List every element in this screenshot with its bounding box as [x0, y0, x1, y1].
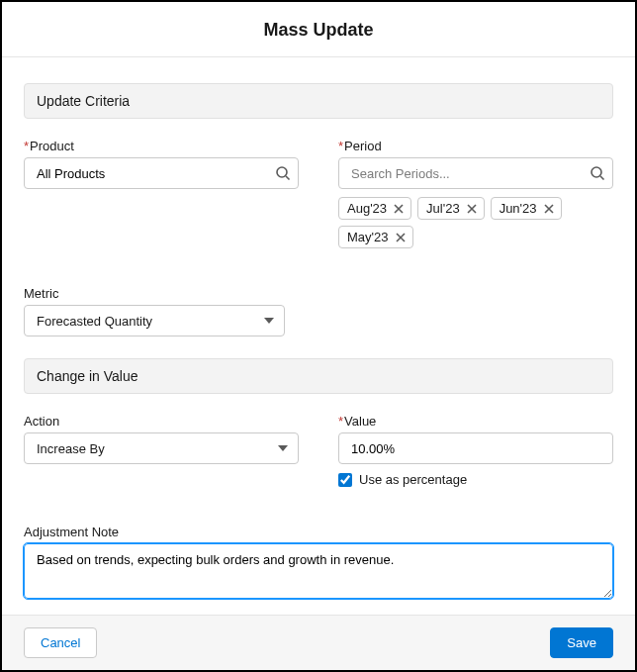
action-select[interactable]: Increase By	[24, 432, 299, 464]
percentage-checkbox[interactable]	[338, 473, 352, 487]
close-icon[interactable]	[465, 202, 479, 216]
close-icon[interactable]	[542, 202, 556, 216]
value-label: *Value	[338, 414, 613, 429]
section-update-criteria: Update Criteria	[24, 83, 613, 119]
dialog-content: Update Criteria *Product *Period Aug'23 …	[2, 57, 635, 615]
section-change-in-value: Change in Value	[24, 358, 613, 394]
period-input[interactable]	[338, 157, 613, 189]
period-chip[interactable]: Jun'23	[491, 197, 562, 220]
percentage-checkbox-label: Use as percentage	[359, 472, 467, 487]
close-icon[interactable]	[392, 202, 406, 216]
product-input[interactable]	[24, 157, 299, 189]
period-chips: Aug'23 Jul'23 Jun'23 May'23	[338, 197, 613, 248]
period-chip[interactable]: Jul'23	[417, 197, 485, 220]
product-label: *Product	[24, 139, 299, 153]
dialog-footer: Cancel Save	[2, 615, 635, 670]
action-label: Action	[24, 414, 299, 429]
period-chip[interactable]: Aug'23	[338, 197, 411, 220]
period-label: *Period	[338, 139, 613, 153]
metric-label: Metric	[24, 286, 613, 301]
adjustment-note-input[interactable]	[24, 543, 613, 599]
metric-select[interactable]: Forecasted Quantity	[24, 305, 285, 336]
dialog-title: Mass Update	[2, 20, 635, 41]
dialog-header: Mass Update	[2, 2, 635, 57]
adjustment-note-label: Adjustment Note	[24, 525, 613, 539]
period-chip[interactable]: May'23	[338, 226, 413, 248]
close-icon[interactable]	[394, 231, 408, 244]
cancel-button[interactable]: Cancel	[24, 627, 97, 658]
value-input[interactable]	[338, 432, 613, 464]
save-button[interactable]: Save	[550, 627, 613, 658]
